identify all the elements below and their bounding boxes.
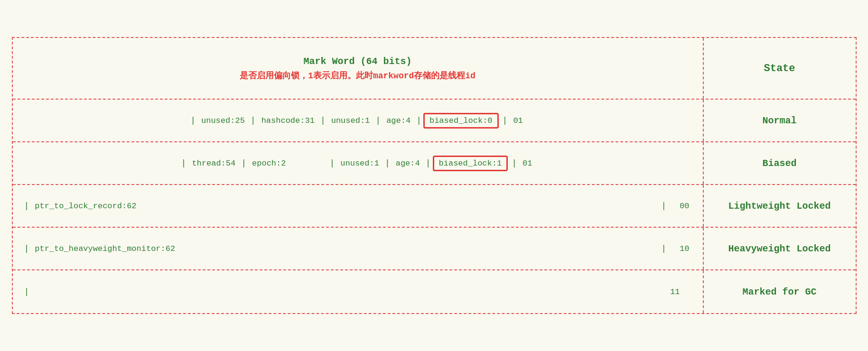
sep: | [24, 244, 29, 253]
sep: | [503, 116, 508, 125]
lock-bits-normal: 01 [509, 116, 526, 125]
field-age-b: age:4 [392, 159, 424, 168]
field-hashcode: hashcode:31 [258, 116, 318, 125]
heavyweight-fields: | ptr_to_heavyweight_monitor:62 | 10 [13, 228, 704, 269]
normal-state: Normal [704, 100, 856, 141]
field-thread: thread:54 [188, 159, 239, 168]
heavyweight-row: | ptr_to_heavyweight_monitor:62 | 10 Hea… [13, 228, 856, 270]
biased-fields: | thread:54 | epoch:2 | unused:1 | age:4… [13, 142, 704, 184]
field-epoch: epoch:2 [248, 159, 289, 168]
normal-fields-content: | unused:25 | hashcode:31 | unused:1 | a… [188, 113, 527, 129]
biased-lock-biased: biased_lock:1 [433, 156, 508, 171]
lightweight-fields-content: | ptr_to_lock_record:62 | 00 [22, 201, 693, 211]
sep: | [385, 158, 390, 168]
lightweight-state: Lightweight Locked [704, 185, 856, 227]
sep: | [190, 116, 196, 125]
lock-bits-lightweight: 00 [676, 202, 693, 211]
gc-fields: | 11 [13, 270, 704, 313]
sep: | [661, 201, 666, 211]
mark-word-title: Mark Word (64 bits) [303, 56, 411, 67]
heavyweight-fields-content: | ptr_to_heavyweight_monitor:62 | 10 [22, 244, 693, 253]
state-header: State [704, 38, 856, 99]
lightweight-fields: | ptr_to_lock_record:62 | 00 [13, 185, 704, 227]
sep: | [24, 201, 29, 211]
gc-fields-content: | 11 [22, 287, 693, 296]
biased-fields-content: | thread:54 | epoch:2 | unused:1 | age:4… [179, 156, 536, 171]
field-ptr-monitor: ptr_to_heavyweight_monitor:62 [31, 244, 179, 253]
header-row: Mark Word (64 bits) 是否启用偏向锁，1表示启用。此时mark… [13, 38, 856, 100]
header-subtitle: 是否启用偏向锁，1表示启用。此时markword存储的是线程id [240, 70, 476, 81]
field-ptr-lock: ptr_to_lock_record:62 [31, 202, 140, 211]
field-age: age:4 [383, 116, 414, 125]
field-unused25: unused:25 [197, 116, 249, 125]
sep: | [426, 158, 431, 168]
gc-row: | 11 Marked for GC [13, 270, 856, 313]
heavyweight-state: Heavyweight Locked [704, 228, 856, 269]
normal-row: | unused:25 | hashcode:31 | unused:1 | a… [13, 100, 856, 142]
sep: | [375, 116, 381, 125]
sep: | [320, 116, 326, 125]
biased-row: | thread:54 | epoch:2 | unused:1 | age:4… [13, 142, 856, 185]
biased-lock-normal: biased_lock:0 [423, 113, 499, 129]
main-table: Mark Word (64 bits) 是否启用偏向锁，1表示启用。此时mark… [12, 37, 857, 314]
sep: | [24, 287, 29, 296]
biased-state: Biased [704, 142, 856, 184]
sep: | [512, 158, 517, 168]
lock-bits-biased: 01 [519, 159, 536, 168]
field-unused1: unused:1 [327, 116, 374, 125]
sep: | [416, 116, 421, 125]
sep: | [241, 158, 246, 168]
normal-fields: | unused:25 | hashcode:31 | unused:1 | a… [13, 100, 704, 141]
lock-bits-heavyweight: 10 [676, 244, 693, 253]
sep: | [329, 158, 335, 168]
lock-bits-gc: 11 [666, 287, 683, 296]
header-main: Mark Word (64 bits) 是否启用偏向锁，1表示启用。此时mark… [13, 38, 704, 99]
sep: | [181, 158, 187, 168]
lightweight-row: | ptr_to_lock_record:62 | 00 Lightweight… [13, 185, 856, 228]
sep: | [661, 244, 666, 253]
field-unused1-b: unused:1 [336, 159, 383, 168]
sep: | [251, 116, 256, 125]
gc-state: Marked for GC [704, 270, 856, 313]
